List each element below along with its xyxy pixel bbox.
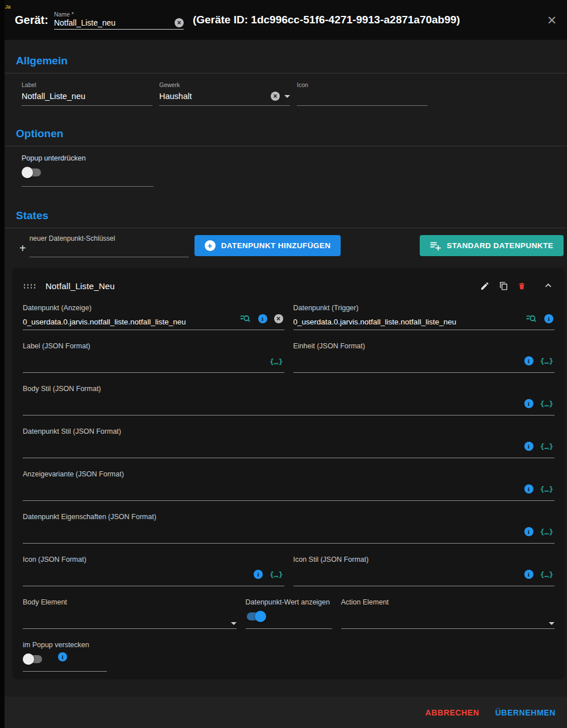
divider [5, 146, 567, 146]
info-icon[interactable]: i [524, 442, 533, 451]
datapoint-search-icon[interactable] [239, 312, 251, 325]
info-icon[interactable]: i [524, 399, 533, 408]
delete-icon[interactable] [518, 281, 526, 291]
info-icon[interactable]: i [258, 314, 267, 323]
info-icon[interactable]: i [524, 356, 533, 365]
dp-style-json-field: Datenpunkt Stil (JSON Format) i {…} [23, 427, 554, 458]
show-dp-value-toggle[interactable] [246, 611, 266, 622]
datapoint-card: Notfall_Liste_Neu [14, 269, 564, 677]
popup-suppress-label: Popup unterdrücken [22, 154, 154, 162]
section-title-states: States [16, 209, 567, 222]
add-datapoint-button[interactable]: + DATENPUNKT HINZUFÜGEN [194, 235, 341, 256]
show-dp-value-field: Datenpunkt-Wert anzeigen [246, 598, 332, 629]
copy-icon[interactable] [499, 281, 508, 291]
label-json-field: Label (JSON Format) {…} [23, 342, 284, 373]
info-icon[interactable]: i [524, 570, 533, 579]
device-name-input[interactable] [54, 18, 175, 27]
edit-icon[interactable] [480, 281, 490, 291]
icon-field-label: Icon [297, 81, 428, 88]
gewerk-field-label: Gewerk [159, 81, 290, 88]
caret-down-icon [231, 622, 237, 625]
new-datapoint-field: neuer Datenpunkt-Schlüssel [30, 233, 189, 257]
device-name-label: Name * [54, 11, 184, 18]
dp-properties-json-field: Datenpunkt Eigenschaften (JSON Format) i… [23, 513, 554, 544]
info-icon[interactable]: i [544, 314, 553, 323]
gewerk-field: Gewerk × [159, 81, 290, 106]
new-datapoint-label: neuer Datenpunkt-Schlüssel [30, 235, 115, 242]
dialog-header: Gerät: Name * × (Geräte ID: 1dc996cc-51f… [5, 0, 567, 40]
label-field: Label [22, 81, 152, 106]
info-icon[interactable]: i [524, 484, 533, 493]
icon-json-field: Icon (JSON Format) i {…} [23, 556, 284, 586]
body-element-field: Body Element [23, 598, 237, 629]
gewerk-caret-icon[interactable] [284, 95, 290, 98]
info-icon[interactable]: i [58, 652, 67, 661]
plus-icon: + [19, 242, 26, 254]
action-element-select[interactable] [341, 622, 555, 625]
label-field-label: Label [22, 81, 152, 88]
json-editor-icon[interactable]: {…} [540, 528, 553, 536]
new-datapoint-input[interactable] [30, 243, 189, 253]
json-editor-icon[interactable]: {…} [540, 400, 553, 408]
section-title-allgemein: Allgemein [16, 55, 567, 67]
json-editor-icon[interactable]: {…} [270, 358, 283, 365]
standard-datapoints-button[interactable]: STANDARD DATENPUNKTE [420, 235, 564, 256]
dp-trigger-label: Datenpunkt (Trigger) [293, 304, 555, 312]
gewerk-select-input[interactable] [159, 92, 271, 101]
datapoint-card-title: Notfall_Liste_Neu [45, 281, 115, 291]
drag-handle-icon[interactable] [23, 283, 36, 289]
device-id-text: (Geräte ID: 1dc996cc-51f6-4271-9913-a287… [193, 14, 460, 26]
hide-in-popup-toggle[interactable] [23, 653, 43, 665]
datapoint-card-header: Notfall_Liste_Neu [23, 269, 554, 303]
dp-display-label: Datenpunkt (Anzeige) [23, 304, 284, 312]
device-dialog: Gerät: Name * × (Geräte ID: 1dc996cc-51f… [5, 0, 567, 728]
dp-trigger-field: Datenpunkt (Trigger) i [293, 304, 555, 330]
info-icon[interactable]: i [524, 527, 533, 536]
display-variant-json-field: Anzeigevariante (JSON Format) i {…} [23, 470, 554, 501]
close-icon[interactable]: ✕ [547, 14, 557, 26]
dp-trigger-input[interactable] [293, 318, 555, 326]
popup-suppress-field: Popup unterdrücken [22, 154, 154, 187]
icon-field: Icon [297, 81, 428, 106]
icon-style-json-field: Icon Stil (JSON Format) i {…} [293, 556, 555, 586]
json-editor-icon[interactable]: {…} [540, 486, 553, 493]
body-style-json-field: Body Stil (JSON Format) i {…} [23, 385, 554, 416]
label-input[interactable] [22, 92, 152, 101]
dialog-body: Allgemein Label Gewerk × Icon [5, 40, 567, 697]
cancel-button[interactable]: ABBRECHEN [419, 704, 486, 722]
dialog-footer: ABBRECHEN ÜBERNEHMEN [5, 697, 567, 728]
allgemein-fields: Label Gewerk × Icon [5, 73, 567, 106]
playlist-add-icon [430, 240, 441, 252]
add-circle-icon: + [205, 240, 216, 251]
states-toolbar: + neuer Datenpunkt-Schlüssel + DATENPUNK… [5, 228, 567, 257]
json-editor-icon[interactable]: {…} [540, 443, 553, 450]
datapoint-search-icon[interactable] [525, 312, 537, 325]
popup-suppress-toggle[interactable] [22, 167, 42, 178]
icon-input[interactable] [297, 92, 428, 101]
caret-down-icon [549, 622, 554, 625]
dp-display-clear-icon[interactable]: × [274, 314, 283, 323]
info-icon[interactable]: i [254, 570, 263, 579]
dp-display-field: Datenpunkt (Anzeige) i × [23, 304, 284, 330]
apply-button[interactable]: ÜBERNEHMEN [489, 704, 562, 722]
section-title-optionen: Optionen [16, 127, 567, 140]
dialog-title: Gerät: [15, 14, 48, 27]
action-element-field: Action Element [341, 598, 555, 629]
json-editor-icon[interactable]: {…} [540, 357, 553, 365]
collapse-icon[interactable] [542, 279, 554, 292]
body-element-select[interactable] [23, 622, 237, 625]
gewerk-clear-icon[interactable]: × [271, 92, 280, 101]
hide-in-popup-field: im Popup verstecken i [23, 641, 107, 672]
unit-json-field: Einheit (JSON Format) i {…} [293, 342, 555, 373]
device-name-field: Name * × [54, 11, 184, 30]
clear-name-icon[interactable]: × [175, 18, 184, 27]
background-page-fragment: Ja [5, 4, 14, 18]
json-editor-icon[interactable]: {…} [540, 571, 553, 578]
json-editor-icon[interactable]: {…} [270, 571, 283, 578]
